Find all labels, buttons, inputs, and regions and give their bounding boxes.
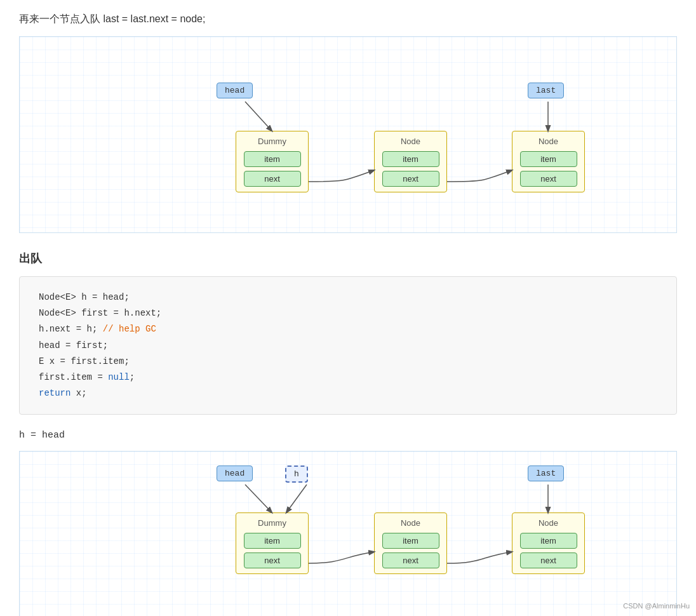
- node2: Node item next: [512, 131, 585, 192]
- node3-next: next: [382, 552, 439, 568]
- node3: Node item next: [374, 512, 447, 574]
- node1-label: Node: [401, 137, 420, 146]
- top-title-text: 再来一个节点入队 last = last.next = node;: [19, 13, 205, 24]
- node4-item: item: [520, 533, 577, 549]
- svg-line-2: [245, 485, 272, 512]
- node2-label: Node: [539, 137, 558, 146]
- code-line-5: E x = first.item;: [39, 354, 657, 370]
- code-line-4: head = first;: [39, 338, 657, 354]
- node1: Node item next: [374, 131, 447, 192]
- top-title: 再来一个节点入队 last = last.next = node;: [19, 13, 677, 26]
- dummy2-next: next: [244, 552, 301, 568]
- node1-next: next: [382, 171, 439, 187]
- node2-next: next: [520, 171, 577, 187]
- dummy-next-1: next: [244, 171, 301, 187]
- node3-item: item: [382, 533, 439, 549]
- dummy-node-1: Dummy item next: [236, 131, 309, 192]
- node4-next: next: [520, 552, 577, 568]
- code-line-1: Node<E> h = head;: [39, 290, 657, 305]
- h-pointer: h: [285, 465, 308, 483]
- watermark: CSDN @AlminminHu: [623, 602, 690, 610]
- diagram1: head last Dummy item next Node item next…: [19, 36, 677, 233]
- dummy-label-2: Dummy: [258, 518, 286, 528]
- svg-line-0: [245, 102, 272, 131]
- node1-item: item: [382, 151, 439, 167]
- last-pointer-2: last: [528, 465, 564, 481]
- diagram2: head h last Dummy item next Node item ne…: [19, 451, 677, 616]
- dummy2-item: item: [244, 533, 301, 549]
- dummy-item-1: item: [244, 151, 301, 167]
- node4: Node item next: [512, 512, 585, 574]
- head-pointer-2: head: [217, 465, 253, 481]
- last-pointer-1: last: [528, 83, 564, 98]
- code-line-3: h.next = h; // help GC: [39, 321, 657, 337]
- node2-item: item: [520, 151, 577, 167]
- head-pointer-1: head: [217, 83, 253, 98]
- node3-label: Node: [401, 518, 420, 528]
- dummy-label-1: Dummy: [258, 137, 286, 146]
- node4-label: Node: [539, 518, 558, 528]
- dequeue-title: 出队: [19, 251, 677, 266]
- h-equals-head-label: h = head: [19, 430, 677, 441]
- code-line-7: return x;: [39, 385, 657, 401]
- code-line-2: Node<E> first = h.next;: [39, 305, 657, 321]
- code-block: Node<E> h = head; Node<E> first = h.next…: [19, 276, 677, 415]
- code-line-6: first.item = null;: [39, 370, 657, 385]
- svg-line-3: [286, 485, 307, 512]
- dummy-node-2: Dummy item next: [236, 512, 309, 574]
